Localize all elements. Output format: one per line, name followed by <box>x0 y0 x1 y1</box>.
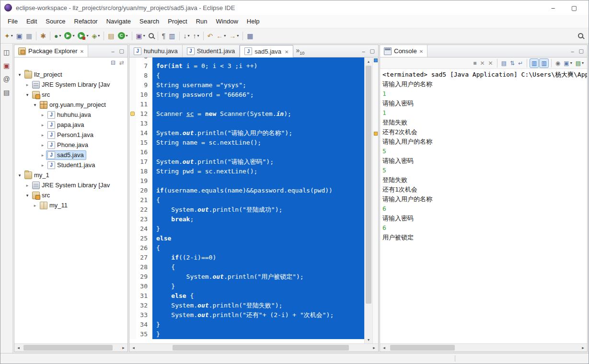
code-text[interactable]: { <box>152 243 364 253</box>
new-wizard-icon-dropdown[interactable]: ▾ <box>11 34 13 38</box>
minimize-console-button[interactable] <box>571 48 574 54</box>
new-wizard-icon[interactable]: ✦▾ <box>3 30 14 42</box>
code-text[interactable]: else { <box>152 291 364 301</box>
vscroll-track[interactable] <box>365 65 372 336</box>
back-icon-dropdown[interactable]: ▾ <box>224 34 226 38</box>
run-external-tools-icon[interactable]: ▶▾ <box>76 30 90 42</box>
save-icon[interactable]: ▣ <box>15 30 24 42</box>
search-icon[interactable] <box>147 30 155 42</box>
scroll-left-icon[interactable] <box>14 345 23 350</box>
console-tab[interactable]: Console <box>380 45 427 57</box>
menu-help[interactable]: Help <box>243 16 264 27</box>
code-text[interactable]: System.out.println("请输入用户的名称"); <box>152 128 364 138</box>
code-text[interactable]: String username ="ysys"; <box>152 80 364 90</box>
remove-launch-icon[interactable]: ✕ <box>479 58 486 68</box>
show-stderr-when-changed-icon[interactable]: ▥ <box>539 58 548 68</box>
code-text[interactable]: for(int i = 0; i < 3 ;i ++) <box>152 61 364 71</box>
forward-icon[interactable]: →▾ <box>228 30 240 42</box>
tree-expanded-arrow-icon[interactable]: ▾ <box>16 72 23 77</box>
tree-collapsed-arrow-icon[interactable]: ▸ <box>39 163 46 168</box>
coverage-icon-dropdown[interactable]: ▾ <box>98 34 100 38</box>
next-annotation-icon-dropdown[interactable]: ▾ <box>188 34 190 38</box>
restore-trim-icon[interactable]: ◫ <box>2 47 11 57</box>
display-selected-console-icon[interactable]: ▣▾ <box>562 58 573 68</box>
previous-annotation-icon-dropdown[interactable]: ▾ <box>197 34 199 38</box>
editor-tab-sad5-java[interactable]: sad5.java <box>240 45 293 57</box>
code-text[interactable]: System.out.println("登陆成功"); <box>152 205 364 215</box>
menu-refactor[interactable]: Refactor <box>70 16 102 27</box>
previous-annotation-icon[interactable]: ↑▾ <box>192 30 201 42</box>
tree-item-org-yuan-my-project[interactable]: ▾org.yuan.my_project <box>14 100 127 110</box>
scroll-right-icon[interactable] <box>370 345 378 350</box>
hscroll-thumb[interactable] <box>23 345 113 351</box>
tree-collapsed-arrow-icon[interactable]: ▸ <box>39 123 46 127</box>
scroll-up-icon[interactable] <box>365 57 372 65</box>
open-type-icon[interactable]: ▥ <box>167 30 176 42</box>
tab-close-icon[interactable] <box>285 48 289 55</box>
show-whitespace-icon[interactable]: ¶ <box>161 30 167 42</box>
coverage-icon[interactable]: ◈▾ <box>90 30 101 42</box>
menu-project[interactable]: Project <box>163 16 191 27</box>
scroll-right-icon[interactable] <box>119 345 127 350</box>
show-stdout-when-changed-icon[interactable]: ▥ <box>530 58 539 68</box>
code-text[interactable]: String pwd = sc.nextLine(); <box>152 167 364 176</box>
menu-source[interactable]: Source <box>41 16 69 27</box>
scroll-right-icon[interactable] <box>579 345 587 350</box>
next-annotation-icon[interactable]: ↓▾ <box>182 30 191 42</box>
collapse-all-icon[interactable]: ⊟ <box>109 58 117 67</box>
editor-tab-student1-java[interactable]: Student1.java <box>183 45 240 57</box>
menu-window[interactable]: Window <box>212 16 243 27</box>
open-console-icon[interactable]: ▤▾ <box>574 58 585 68</box>
open-console-icon-dropdown[interactable]: ▾ <box>582 61 584 65</box>
overview-annotation-marker[interactable] <box>374 132 378 136</box>
new-java-project-icon[interactable]: ▤ <box>106 30 115 42</box>
code-text[interactable]: { <box>152 71 364 80</box>
vscroll-thumb[interactable] <box>366 66 371 304</box>
maximize-view-button[interactable] <box>119 48 124 54</box>
tree-item-src[interactable]: ▾src <box>14 90 127 100</box>
tree-item-student1-java[interactable]: ▸Student1.java <box>14 160 127 170</box>
code-text[interactable]: else <box>152 234 364 243</box>
tree-collapsed-arrow-icon[interactable]: ▸ <box>32 203 38 208</box>
hscroll-track[interactable] <box>388 344 579 352</box>
scroll-down-icon[interactable] <box>365 336 372 343</box>
tree-item-papa-java[interactable]: ▸papa.java <box>14 120 127 130</box>
code-text[interactable]: System.out.println("登陆失败"); <box>152 301 364 310</box>
tree-collapsed-arrow-icon[interactable]: ▸ <box>24 82 31 87</box>
tree-item-phone-java[interactable]: ▸Phone.java <box>14 140 127 150</box>
run-external-tools-icon-dropdown[interactable]: ▾ <box>86 34 88 38</box>
code-text[interactable] <box>152 100 364 109</box>
tree-expanded-arrow-icon[interactable]: ▾ <box>32 102 38 107</box>
tree-item-src[interactable]: ▾src <box>14 190 127 200</box>
pin-console-icon[interactable]: ◉ <box>554 58 562 68</box>
run-icon[interactable]: ▶▾ <box>63 30 76 42</box>
code-text[interactable]: } <box>152 330 364 339</box>
open-task-icon[interactable]: ▣▾ <box>135 30 147 42</box>
package-explorer-hscrollbar[interactable] <box>14 343 127 352</box>
minimized-view-icon-1[interactable]: ▣ <box>2 61 11 70</box>
code-text[interactable] <box>152 57 364 61</box>
tree-expanded-arrow-icon[interactable]: ▾ <box>16 173 23 178</box>
close-console-view-icon[interactable] <box>419 47 423 55</box>
hscroll-thumb[interactable] <box>173 345 349 351</box>
forward-icon-dropdown[interactable]: ▾ <box>237 34 239 38</box>
tree-item-huhuhu-java[interactable]: ▸huhuhu.java <box>14 110 127 120</box>
tree-collapsed-arrow-icon[interactable]: ▸ <box>39 133 46 137</box>
scroll-left-icon[interactable] <box>380 345 388 350</box>
code-text[interactable]: break; <box>152 215 364 224</box>
quick-access-search-button[interactable] <box>575 30 586 42</box>
code-text[interactable]: if(username.equals(name)&&password.equal… <box>152 186 364 195</box>
debug-icon-dropdown[interactable]: ▾ <box>59 34 61 38</box>
annotation-symbol-icon[interactable]: @ <box>2 74 11 84</box>
tree-item-llz-project[interactable]: ▾llz_project <box>14 69 127 80</box>
overview-ruler[interactable] <box>372 57 378 343</box>
tree-item-person1-java[interactable]: ▸Person1.java <box>14 130 127 140</box>
last-edit-location-icon[interactable]: ↶ <box>206 30 215 42</box>
new-class-icon-dropdown[interactable]: ▾ <box>126 34 128 38</box>
code-text[interactable] <box>152 176 364 186</box>
code-text[interactable]: } <box>152 282 364 291</box>
tree-expanded-arrow-icon[interactable]: ▾ <box>24 92 31 97</box>
editor-hscrollbar[interactable] <box>129 343 378 352</box>
terminate-icon[interactable]: ■ <box>472 58 478 68</box>
open-task-icon-dropdown[interactable]: ▾ <box>143 34 145 38</box>
